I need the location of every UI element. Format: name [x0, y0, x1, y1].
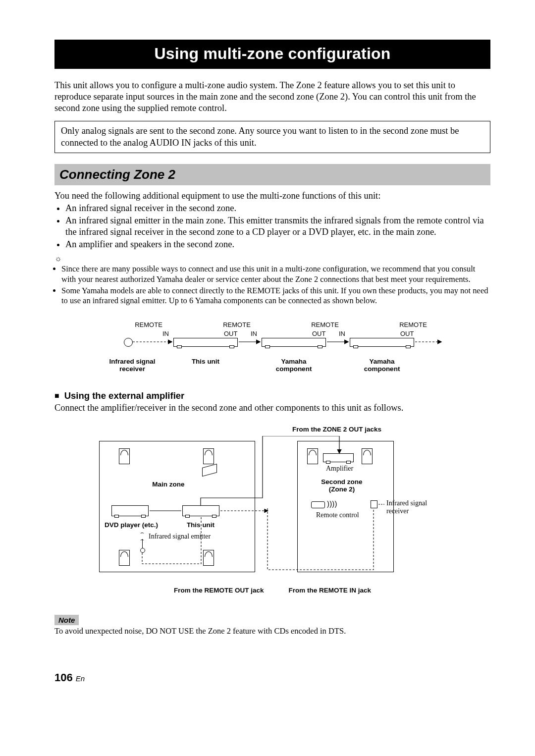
this-unit-box: [182, 505, 219, 516]
speaker-icon: [362, 448, 373, 464]
intro-paragraph: This unit allows you to configure a mult…: [54, 80, 490, 114]
in-label: IN: [339, 330, 345, 337]
label-amplifier: Amplifier: [326, 465, 353, 473]
note-body: To avoid unexpected noise, DO NOT USE th…: [54, 626, 490, 637]
yamaha-component-box: [262, 338, 326, 347]
analog-signals-callout: Only analog signals are sent to the seco…: [54, 121, 490, 153]
page-number: 106 En: [54, 671, 490, 684]
page-title-banner: Using multi-zone configuration: [54, 40, 490, 69]
remote-label: REMOTE: [393, 321, 433, 328]
equipment-list: An infrared signal receiver in the secon…: [54, 203, 490, 251]
page-number-value: 106: [54, 671, 73, 684]
dvd-player-box: [111, 505, 149, 516]
out-label: OUT: [224, 330, 237, 337]
label-ir-receiver: Infrared signal receiver: [386, 499, 451, 515]
caption-this-unit: This unit: [173, 358, 238, 366]
list-item: Some Yamaha models are able to connect d…: [61, 286, 490, 306]
label-zone2-out-jacks: From the ZONE 2 OUT jacks: [223, 426, 451, 433]
page-language: En: [76, 674, 85, 683]
ir-receiver-icon: [124, 338, 133, 347]
label-this-unit: This unit: [178, 521, 223, 529]
zone-connection-diagram: From the ZONE 2 OUT jacks Main zone DVD …: [94, 426, 451, 594]
speaker-icon: [203, 550, 214, 566]
caption-yamaha-component: Yamaha component: [350, 358, 414, 373]
square-bullet-icon: ■: [54, 391, 59, 400]
ir-receiver-icon: [371, 500, 377, 508]
out-label: OUT: [400, 330, 414, 337]
yamaha-component-box: [350, 338, 414, 347]
tip-icon: ☼: [54, 254, 490, 263]
this-unit-box: [173, 338, 238, 347]
equipment-intro: You need the following additional equipm…: [54, 190, 490, 202]
sub-heading-text: Using the external amplifier: [64, 390, 185, 401]
sub-body: Connect the amplifier/receiver in the se…: [54, 402, 490, 414]
bottom-labels: From the REMOTE OUT jack From the REMOTE…: [94, 587, 451, 594]
speaker-icon: [307, 448, 318, 464]
signal-waves-icon: ) ) ) ): [327, 499, 336, 508]
remote-label: REMOTE: [217, 321, 257, 328]
in-label: IN: [162, 330, 169, 337]
remote-label: REMOTE: [305, 321, 345, 328]
list-item: An infrared signal receiver in the secon…: [65, 203, 490, 214]
label-second-zone: Second zone (Zone 2): [317, 478, 367, 493]
amplifier-box: [323, 453, 354, 462]
remote-control-icon: [311, 501, 325, 508]
speaker-icon: [119, 448, 130, 464]
speaker-icon: [119, 550, 130, 566]
note-badge: Note: [54, 615, 79, 625]
label-dvd-player: DVD player (etc.): [102, 521, 161, 529]
in-label: IN: [251, 330, 257, 337]
label-ir-emitter: Infrared signal emitter: [149, 533, 211, 540]
remote-chain-diagram: REMOTE REMOTE REMOTE REMOTE IN OUT IN OU…: [94, 321, 451, 385]
speaker-icon: [203, 448, 214, 464]
sub-heading-external-amp: ■Using the external amplifier: [54, 390, 490, 401]
remote-label: REMOTE: [129, 321, 168, 328]
label-remote-control: Remote control: [316, 511, 359, 519]
caption-yamaha-component: Yamaha component: [262, 358, 326, 373]
label-remote-in-jack: From the REMOTE IN jack: [289, 587, 372, 594]
list-item: Since there are many possible ways to co…: [61, 264, 490, 284]
label-main-zone: Main zone: [146, 481, 191, 488]
list-item: An infrared signal emitter in the main z…: [65, 215, 490, 238]
caption-ir-receiver: Infrared signal receiver: [100, 358, 164, 373]
label-remote-out-jack: From the REMOTE OUT jack: [174, 587, 264, 594]
out-label: OUT: [312, 330, 325, 337]
ir-emitter-base: [140, 548, 145, 553]
section-heading-connecting-zone-2: Connecting Zone 2: [54, 164, 490, 185]
ir-emitter-stem: [142, 539, 143, 549]
tips-list: Since there are many possible ways to co…: [54, 264, 490, 306]
list-item: An amplifier and speakers in the second …: [65, 239, 490, 250]
